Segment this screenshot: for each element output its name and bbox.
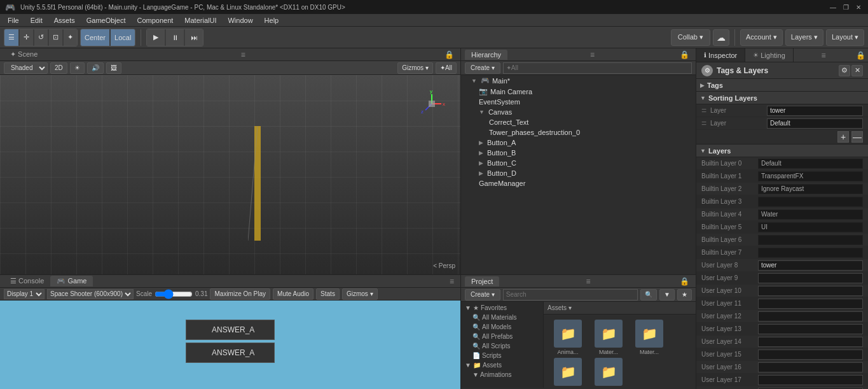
hierarchy-panel-close[interactable]: ≡	[588, 50, 597, 59]
bottom-panel-close[interactable]: ≡	[447, 277, 457, 286]
tab-hierarchy[interactable]: Hierarchy	[465, 50, 507, 60]
user-layer-10[interactable]	[758, 286, 863, 296]
asset-mater2[interactable]: 📁 Mater...	[630, 320, 668, 355]
all-button[interactable]: ✦All	[436, 62, 457, 74]
project-search[interactable]	[503, 289, 638, 301]
close-icon-button[interactable]: ✕	[851, 65, 863, 76]
menu-file[interactable]: File	[3, 15, 24, 25]
sorting-layer-value-1[interactable]	[767, 118, 863, 129]
project-panel-close[interactable]: ≡	[584, 277, 593, 286]
local-button[interactable]: Local	[111, 29, 135, 46]
center-button[interactable]: Center	[81, 29, 109, 46]
list-item[interactable]: 🔍 All Materials	[462, 313, 542, 322]
menu-component[interactable]: Component	[132, 15, 178, 25]
project-filter-btn[interactable]: ▼	[659, 289, 675, 301]
list-item[interactable]: Correct_Text	[461, 117, 696, 127]
list-item[interactable]: Tower_phases_destruction_0	[461, 127, 696, 138]
lighting-button[interactable]: ☀	[70, 62, 85, 74]
tab-scene[interactable]: ✦ Scene	[4, 49, 44, 60]
sorting-layers-section-header[interactable]: ▼ Sorting Layers	[696, 92, 868, 104]
tags-section-header[interactable]: ▶ Tags	[696, 79, 868, 92]
project-search-btn[interactable]: 🔍	[640, 289, 657, 301]
menu-materialui[interactable]: MaterialUI	[179, 15, 221, 25]
list-item[interactable]: 🔍 All Models	[462, 322, 542, 332]
list-item[interactable]: ▼ 🎮 Main*	[461, 75, 696, 86]
user-layer-14[interactable]	[758, 337, 863, 347]
mute-audio-button[interactable]: Mute Audio	[273, 288, 313, 300]
inspector-panel-lock[interactable]: 🔒	[853, 51, 868, 60]
settings-button[interactable]: ⚙	[839, 65, 850, 76]
layers-dropdown[interactable]: Layers ▾	[785, 29, 823, 46]
list-item[interactable]: ▶ Button_B	[461, 148, 696, 158]
assets-header[interactable]: ▼ 📁 Assets	[462, 360, 542, 370]
menu-window[interactable]: Window	[223, 15, 258, 25]
user-layer-16[interactable]	[758, 362, 863, 372]
user-layer-9[interactable]	[758, 273, 863, 283]
layers-section-header[interactable]: ▼ Layers	[696, 145, 868, 157]
user-layer-13[interactable]	[758, 324, 863, 334]
scene-panel-close[interactable]: ≡	[238, 50, 248, 59]
list-item[interactable]: ▶ Button_A	[461, 138, 696, 148]
tab-console[interactable]: ☰ Console	[4, 276, 50, 286]
menu-help[interactable]: Help	[259, 15, 284, 25]
list-item[interactable]: ▼ Canvas	[461, 107, 696, 117]
hand-tool[interactable]: ☰	[4, 29, 18, 46]
list-item[interactable]: 🔍 All Scripts	[462, 341, 542, 351]
hierarchy-panel-lock[interactable]: 🔒	[677, 50, 692, 59]
maximize-button[interactable]: ❐	[841, 3, 850, 11]
project-star-btn[interactable]: ★	[677, 289, 692, 301]
tab-project[interactable]: Project	[465, 276, 499, 286]
answer-a-button-2[interactable]: ANSWER_A	[186, 343, 275, 363]
layout-dropdown[interactable]: Layout ▾	[826, 29, 864, 46]
answer-a-button-1[interactable]: ANSWER_A	[186, 320, 275, 340]
pause-button[interactable]: ⏸	[166, 29, 184, 46]
project-create-button[interactable]: Create ▾	[465, 289, 500, 301]
close-button[interactable]: ✕	[854, 3, 863, 11]
list-item[interactable]: ▶ Button_D	[461, 168, 696, 178]
account-dropdown[interactable]: Account ▾	[740, 29, 783, 46]
step-button[interactable]: ⏭	[185, 29, 203, 46]
list-item[interactable]: 📷 Main Camera	[461, 86, 696, 97]
rect-tool[interactable]: ✦	[64, 29, 77, 46]
tab-inspector[interactable]: ℹ Inspector	[696, 48, 745, 62]
scene-panel-lock[interactable]: 🔒	[442, 50, 457, 59]
hierarchy-create-button[interactable]: Create ▾	[465, 62, 500, 74]
audio-button[interactable]: 🔊	[87, 62, 104, 74]
list-item[interactable]: 🔍 All Prefabs	[462, 332, 542, 341]
menu-gameobject[interactable]: GameObject	[81, 15, 131, 25]
user-layer-11[interactable]	[758, 299, 863, 309]
add-sorting-layer-button[interactable]: +	[837, 131, 849, 143]
game-gizmos-button[interactable]: Gizmos ▾	[342, 288, 378, 300]
user-layer-15[interactable]	[758, 350, 863, 360]
user-layer-12[interactable]	[758, 311, 863, 322]
menu-edit[interactable]: Edit	[25, 15, 48, 25]
list-item[interactable]: ▶ Button_C	[461, 158, 696, 168]
resolution-select[interactable]: Space Shooter (600x900)	[47, 289, 134, 299]
scale-slider[interactable]	[155, 290, 193, 299]
list-item[interactable]: EventSystem	[461, 97, 696, 107]
2d-button[interactable]: 2D	[50, 62, 67, 74]
shade-mode-select[interactable]: Shaded	[4, 62, 48, 74]
asset-mater1[interactable]: 📁 Mater...	[589, 320, 628, 355]
gizmos-button[interactable]: Gizmos ▾	[397, 62, 433, 74]
user-layer-17[interactable]	[758, 375, 863, 385]
maximize-play-button[interactable]: Maximize On Play	[210, 288, 270, 300]
asset-recor[interactable]: 📁 Recor...	[549, 358, 587, 388]
asset-scripts[interactable]: 📁 Scripts	[589, 358, 628, 388]
list-item[interactable]: GameManager	[461, 178, 696, 188]
move-tool[interactable]: ✛	[20, 29, 33, 46]
stats-button[interactable]: Stats	[316, 288, 340, 300]
image-button[interactable]: 🖼	[106, 62, 121, 74]
hierarchy-search[interactable]	[503, 62, 692, 74]
user-layer-8[interactable]	[758, 260, 863, 271]
minimize-button[interactable]: —	[829, 3, 837, 11]
remove-sorting-layer-button[interactable]: —	[851, 131, 863, 143]
list-item[interactable]: ▼ Animations	[462, 370, 542, 379]
menu-assets[interactable]: Assets	[49, 15, 80, 25]
project-panel-lock[interactable]: 🔒	[677, 277, 692, 286]
scene-canvas[interactable]: x y z < Persp	[0, 75, 460, 274]
collab-button[interactable]: Collab ▾	[671, 29, 710, 46]
rotate-tool[interactable]: ↺	[34, 29, 48, 46]
cloud-button[interactable]: ☁	[713, 29, 729, 46]
favorites-header[interactable]: ▼ ★ Favorites	[462, 303, 542, 313]
